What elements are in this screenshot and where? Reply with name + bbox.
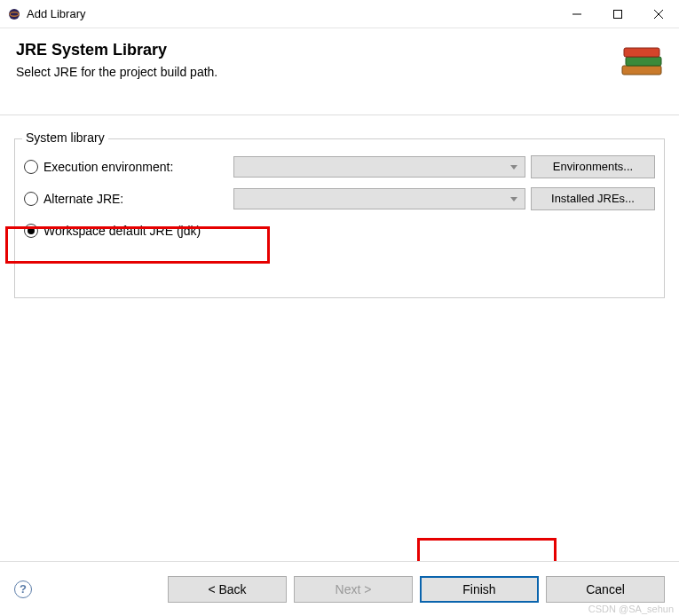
finish-button[interactable]: Finish [420,576,539,603]
radio-icon [24,160,38,174]
exec-env-combo[interactable] [233,156,525,178]
watermark: CSDN @SA_sehun [588,604,674,614]
help-icon[interactable]: ? [14,580,32,598]
svg-rect-6 [622,66,661,75]
svg-rect-8 [624,48,659,57]
window-title: Add Library [27,7,557,20]
page-title: JRE System Library [16,41,663,59]
next-button[interactable]: Next > [294,576,413,603]
minimize-button[interactable] [557,0,597,28]
radio-label: Workspace default JRE (jdk) [43,224,201,238]
svg-rect-3 [614,10,622,18]
dialog-footer: ? < Back Next > Finish Cancel [0,561,679,616]
option-exec-env-row: Execution environment: Environments... [24,154,655,180]
back-button[interactable]: < Back [168,576,287,603]
installed-jres-button[interactable]: Installed JREs... [531,187,655,210]
window-controls [557,0,679,28]
eclipse-icon [7,7,21,21]
svg-point-0 [9,9,20,20]
environments-button[interactable]: Environments... [531,155,655,178]
close-button[interactable] [638,0,679,28]
library-books-icon [617,41,670,85]
system-library-group: System library Execution environment: En… [14,138,665,298]
option-workspace-row: Workspace default JRE (jdk) [24,217,655,244]
radio-alt-jre[interactable]: Alternate JRE: [24,192,228,206]
group-label: System library [22,130,108,145]
radio-workspace-default[interactable]: Workspace default JRE (jdk) [24,224,201,238]
option-alt-jre-row: Alternate JRE: Installed JREs... [24,186,655,212]
radio-icon [24,192,38,206]
radio-label: Execution environment: [43,160,173,174]
radio-exec-env[interactable]: Execution environment: [24,160,228,174]
dialog-content: System library Execution environment: En… [0,115,679,298]
page-subtitle: Select JRE for the project build path. [16,65,663,79]
titlebar: Add Library [0,0,679,28]
maximize-button[interactable] [597,0,638,28]
alt-jre-combo[interactable] [233,188,525,209]
dialog-header: JRE System Library Select JRE for the pr… [0,28,679,115]
radio-icon [24,224,38,238]
cancel-button[interactable]: Cancel [546,576,665,603]
svg-rect-7 [626,57,661,66]
radio-label: Alternate JRE: [43,192,123,206]
